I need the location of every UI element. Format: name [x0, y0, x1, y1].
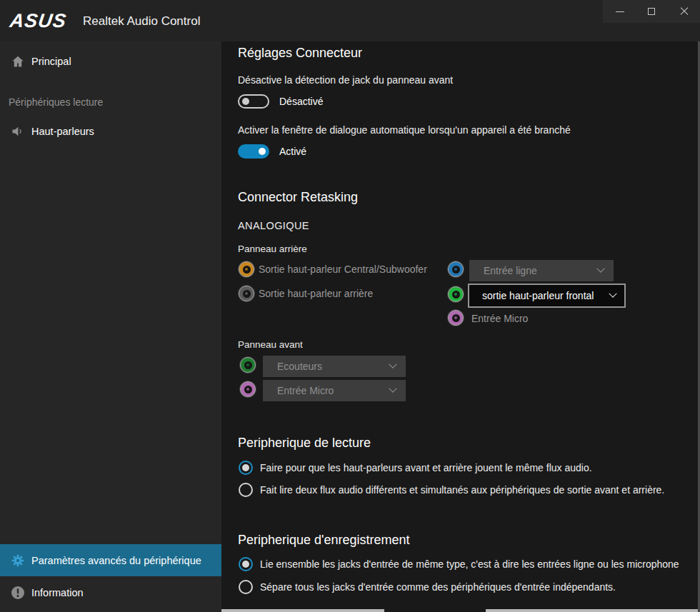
- home-icon: [10, 54, 26, 69]
- rear-speaker-jack-label: Sortie haut-parleur arrière: [259, 288, 373, 299]
- recording-option-1-label: Lie ensemble les jacks d'entrée de même …: [260, 558, 679, 570]
- headphone-dropdown-value: Ecouteurs: [277, 361, 322, 372]
- toggle-knob: [242, 98, 249, 105]
- headphone-jack-icon: [240, 357, 256, 373]
- realtek-audio-control-window: ASUS Realtek Audio Control Principal Pér…: [0, 0, 700, 612]
- toggle-knob: [259, 148, 266, 155]
- bottom-edge-strip: [221, 609, 384, 612]
- front-out-dropdown-value: sortie haut-parleur frontal: [482, 290, 594, 301]
- sidebar-item-speakers[interactable]: Haut-parleurs: [0, 117, 221, 146]
- playback-option-2-label: Fait lire deux flux audio différents et …: [260, 484, 664, 496]
- playback-option-2-radio[interactable]: [239, 483, 253, 497]
- recording-option-1-radio[interactable]: [239, 557, 253, 571]
- jack-detection-toggle[interactable]: [238, 94, 269, 109]
- mic-in-label: Entrée Micro: [471, 313, 528, 324]
- section-title-playback-device: Peripherique de lecture: [238, 436, 371, 451]
- gear-icon: [10, 553, 26, 568]
- sidebar-item-principal[interactable]: Principal: [0, 47, 221, 76]
- playback-option-1-radio[interactable]: [239, 461, 253, 475]
- bottom-edge-strip: [486, 609, 698, 612]
- jack-detection-state: Désactivé: [279, 96, 323, 107]
- sidebar-item-label: Haut-parleurs: [31, 126, 94, 137]
- section-title-recording-device: Peripherique d'enregistrement: [238, 533, 410, 548]
- close-icon: [680, 7, 689, 16]
- recording-option-2-radio[interactable]: [239, 580, 253, 594]
- maximize-button[interactable]: [636, 0, 667, 23]
- front-panel-label: Panneau avant: [238, 339, 303, 350]
- analog-label: ANALOGIQUE: [238, 220, 309, 231]
- playback-option-1-label: Faire pour que les haut-parleurs avant e…: [260, 462, 592, 473]
- rear-speaker-jack-icon: [239, 286, 254, 301]
- mic-in-jack-icon: [448, 310, 464, 326]
- chevron-down-icon: [389, 385, 396, 393]
- speaker-icon: [10, 124, 26, 139]
- titlebar: ASUS Realtek Audio Control: [0, 0, 700, 41]
- chevron-down-icon: [609, 290, 616, 298]
- sidebar-item-label: Information: [31, 587, 84, 598]
- front-out-dropdown[interactable]: sortie haut-parleur frontal: [468, 284, 626, 308]
- front-mic-dropdown: Entrée Micro: [263, 380, 406, 401]
- jack-detection-label: Désactive la détection de jack du pannea…: [238, 74, 453, 86]
- asus-logo: ASUS: [9, 10, 77, 31]
- line-in-dropdown: Entrée ligne: [469, 260, 614, 281]
- line-in-dropdown-value: Entrée ligne: [484, 265, 537, 276]
- minimize-button[interactable]: [604, 0, 636, 23]
- center-subwoofer-jack-icon: [239, 261, 254, 277]
- window-title: Realtek Audio Control: [83, 14, 200, 29]
- close-button[interactable]: [669, 0, 700, 23]
- info-icon: [10, 586, 26, 600]
- front-mic-jack-icon: [240, 381, 256, 397]
- sidebar-item-advanced-settings[interactable]: Paramètres avancés du périphérique: [0, 544, 221, 576]
- chevron-down-icon: [596, 265, 604, 273]
- chevron-down-icon: [389, 361, 396, 368]
- section-title-connector-settings: Réglages Connecteur: [238, 46, 362, 61]
- front-mic-dropdown-value: Entrée Micro: [277, 385, 334, 396]
- sidebar-section-playback-devices: Périphériques lecture: [9, 96, 103, 108]
- recording-option-2-label: Sépare tous les jacks d'entrée comme des…: [260, 581, 616, 593]
- minimize-icon: [616, 11, 624, 12]
- auto-popup-label: Activer la fenêtre de dialogue automatiq…: [238, 124, 571, 136]
- auto-popup-state: Activé: [279, 146, 306, 157]
- line-in-jack-icon: [448, 261, 464, 277]
- center-subwoofer-jack-label: Sortie haut-parleur Central/Subwoofer: [259, 264, 427, 275]
- headphone-dropdown: Ecouteurs: [263, 356, 406, 377]
- maximize-icon: [648, 8, 655, 15]
- sidebar-item-label: Principal: [31, 56, 71, 67]
- back-panel-label: Panneau arrière: [238, 244, 307, 254]
- auto-popup-toggle[interactable]: [238, 144, 269, 159]
- front-out-jack-icon: [448, 286, 464, 302]
- sidebar-item-label: Paramètres avancés du périphérique: [31, 555, 201, 566]
- section-title-connector-retasking: Connector Retasking: [238, 190, 358, 205]
- sidebar-item-information[interactable]: Information: [0, 576, 221, 609]
- sidebar: Principal Périphériques lecture Haut-par…: [0, 41, 221, 612]
